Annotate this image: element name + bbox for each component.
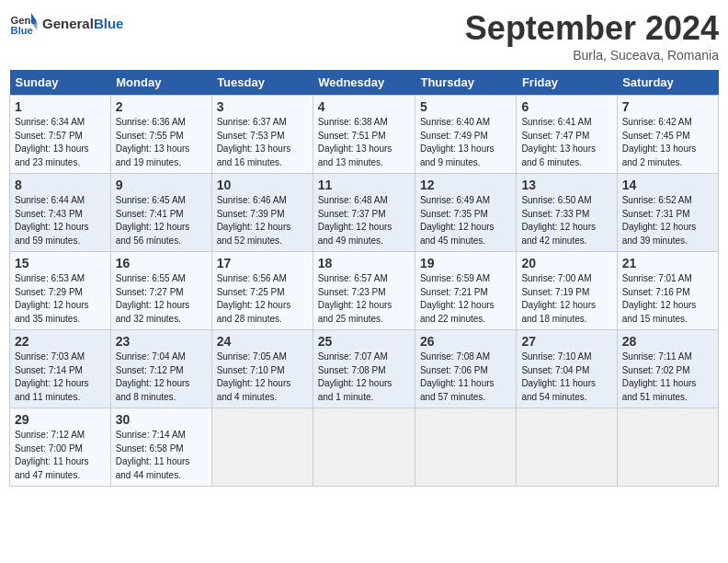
calendar-cell: 14Sunrise: 6:52 AM Sunset: 7:31 PM Dayli… [617,174,718,252]
calendar-cell [415,408,516,487]
day-info: Sunrise: 7:08 AM Sunset: 7:06 PM Dayligh… [420,350,511,404]
day-info: Sunrise: 6:45 AM Sunset: 7:41 PM Dayligh… [116,194,207,247]
day-info: Sunrise: 7:04 AM Sunset: 7:12 PM Dayligh… [116,350,207,404]
calendar-cell [617,408,718,487]
calendar-cell: 4Sunrise: 6:38 AM Sunset: 7:51 PM Daylig… [313,96,415,174]
logo: Gene Blue GeneralBlue [9,9,123,39]
calendar-cell: 26Sunrise: 7:08 AM Sunset: 7:06 PM Dayli… [415,330,516,408]
day-info: Sunrise: 6:56 AM Sunset: 7:25 PM Dayligh… [217,272,308,326]
month-title: September 2024 [465,9,719,48]
calendar-week-3: 15Sunrise: 6:53 AM Sunset: 7:29 PM Dayli… [10,252,719,330]
calendar-cell: 9Sunrise: 6:45 AM Sunset: 7:41 PM Daylig… [110,174,211,252]
day-number: 18 [318,256,410,270]
calendar-cell: 23Sunrise: 7:04 AM Sunset: 7:12 PM Dayli… [110,330,211,408]
calendar-cell: 20Sunrise: 7:00 AM Sunset: 7:19 PM Dayli… [517,252,617,330]
weekday-header-thursday: Thursday [415,70,516,96]
weekday-header-monday: Monday [110,70,211,96]
calendar-cell: 29Sunrise: 7:12 AM Sunset: 7:00 PM Dayli… [10,408,111,487]
location-subtitle: Burla, Suceava, Romania [465,48,719,63]
day-info: Sunrise: 7:10 AM Sunset: 7:04 PM Dayligh… [521,350,611,404]
calendar-cell: 24Sunrise: 7:05 AM Sunset: 7:10 PM Dayli… [211,330,313,408]
day-info: Sunrise: 6:42 AM Sunset: 7:45 PM Dayligh… [622,116,713,169]
day-number: 16 [116,256,207,270]
calendar-cell [313,408,415,487]
day-info: Sunrise: 6:53 AM Sunset: 7:29 PM Dayligh… [15,272,106,326]
day-number: 19 [420,256,511,270]
day-number: 2 [116,99,207,114]
weekday-header-row: SundayMondayTuesdayWednesdayThursdayFrid… [10,70,719,96]
day-info: Sunrise: 6:50 AM Sunset: 7:33 PM Dayligh… [521,194,611,247]
day-number: 21 [622,256,713,270]
day-info: Sunrise: 7:03 AM Sunset: 7:14 PM Dayligh… [15,350,106,404]
day-info: Sunrise: 7:12 AM Sunset: 7:00 PM Dayligh… [15,429,106,482]
day-info: Sunrise: 6:48 AM Sunset: 7:37 PM Dayligh… [318,194,410,247]
day-info: Sunrise: 6:52 AM Sunset: 7:31 PM Dayligh… [622,194,713,247]
calendar-cell: 30Sunrise: 7:14 AM Sunset: 6:58 PM Dayli… [110,408,211,487]
calendar-week-1: 1Sunrise: 6:34 AM Sunset: 7:57 PM Daylig… [10,96,719,174]
calendar-cell: 10Sunrise: 6:46 AM Sunset: 7:39 PM Dayli… [211,174,313,252]
calendar-cell: 17Sunrise: 6:56 AM Sunset: 7:25 PM Dayli… [211,252,313,330]
day-number: 14 [622,178,713,192]
calendar-cell: 12Sunrise: 6:49 AM Sunset: 7:35 PM Dayli… [415,174,516,252]
day-number: 30 [116,412,207,427]
day-info: Sunrise: 7:11 AM Sunset: 7:02 PM Dayligh… [622,350,713,404]
title-block: September 2024 Burla, Suceava, Romania [465,9,719,63]
weekday-header-saturday: Saturday [617,70,718,96]
calendar-cell: 2Sunrise: 6:36 AM Sunset: 7:55 PM Daylig… [110,96,211,174]
logo-general: General [42,16,94,31]
calendar-cell: 25Sunrise: 7:07 AM Sunset: 7:08 PM Dayli… [313,330,415,408]
day-number: 20 [521,256,611,270]
logo-blue: Blue [94,16,124,31]
calendar-cell: 3Sunrise: 6:37 AM Sunset: 7:53 PM Daylig… [211,96,313,174]
day-info: Sunrise: 6:40 AM Sunset: 7:49 PM Dayligh… [420,116,511,169]
calendar-week-4: 22Sunrise: 7:03 AM Sunset: 7:14 PM Dayli… [10,330,719,408]
day-info: Sunrise: 6:36 AM Sunset: 7:55 PM Dayligh… [116,116,207,169]
day-number: 6 [521,99,611,114]
calendar-cell: 28Sunrise: 7:11 AM Sunset: 7:02 PM Dayli… [617,330,718,408]
calendar-cell: 27Sunrise: 7:10 AM Sunset: 7:04 PM Dayli… [517,330,617,408]
day-info: Sunrise: 7:14 AM Sunset: 6:58 PM Dayligh… [116,429,207,482]
day-info: Sunrise: 6:46 AM Sunset: 7:39 PM Dayligh… [217,194,308,247]
day-number: 25 [318,334,410,349]
calendar-cell: 18Sunrise: 6:57 AM Sunset: 7:23 PM Dayli… [313,252,415,330]
day-number: 17 [217,256,308,270]
day-info: Sunrise: 6:55 AM Sunset: 7:27 PM Dayligh… [116,272,207,326]
day-number: 27 [521,334,611,349]
calendar-cell [517,408,617,487]
day-info: Sunrise: 7:07 AM Sunset: 7:08 PM Dayligh… [318,350,410,404]
day-number: 13 [521,178,611,192]
calendar-cell: 8Sunrise: 6:44 AM Sunset: 7:43 PM Daylig… [10,174,111,252]
calendar-cell: 16Sunrise: 6:55 AM Sunset: 7:27 PM Dayli… [110,252,211,330]
day-number: 24 [217,334,308,349]
day-number: 22 [15,334,106,349]
logo-icon: Gene Blue [9,9,39,39]
calendar-cell: 19Sunrise: 6:59 AM Sunset: 7:21 PM Dayli… [415,252,516,330]
day-number: 8 [15,178,106,192]
day-info: Sunrise: 7:00 AM Sunset: 7:19 PM Dayligh… [521,272,611,326]
day-number: 11 [318,178,410,192]
day-number: 10 [217,178,308,192]
day-number: 29 [15,412,106,427]
calendar-week-2: 8Sunrise: 6:44 AM Sunset: 7:43 PM Daylig… [10,174,719,252]
calendar-cell: 7Sunrise: 6:42 AM Sunset: 7:45 PM Daylig… [617,96,718,174]
weekday-header-sunday: Sunday [10,70,111,96]
day-info: Sunrise: 6:37 AM Sunset: 7:53 PM Dayligh… [217,116,308,169]
calendar-cell [211,408,313,487]
calendar-cell: 21Sunrise: 7:01 AM Sunset: 7:16 PM Dayli… [617,252,718,330]
day-number: 1 [15,99,106,114]
calendar-cell: 6Sunrise: 6:41 AM Sunset: 7:47 PM Daylig… [517,96,617,174]
calendar-cell: 22Sunrise: 7:03 AM Sunset: 7:14 PM Dayli… [10,330,111,408]
day-number: 26 [420,334,511,349]
weekday-header-friday: Friday [517,70,617,96]
day-info: Sunrise: 6:49 AM Sunset: 7:35 PM Dayligh… [420,194,511,247]
day-info: Sunrise: 6:38 AM Sunset: 7:51 PM Dayligh… [318,116,410,169]
weekday-header-tuesday: Tuesday [211,70,313,96]
day-number: 5 [420,99,511,114]
calendar-week-5: 29Sunrise: 7:12 AM Sunset: 7:00 PM Dayli… [10,408,719,487]
day-number: 15 [15,256,106,270]
calendar-cell: 13Sunrise: 6:50 AM Sunset: 7:33 PM Dayli… [517,174,617,252]
day-number: 9 [116,178,207,192]
calendar-cell: 15Sunrise: 6:53 AM Sunset: 7:29 PM Dayli… [10,252,111,330]
day-number: 12 [420,178,511,192]
day-number: 7 [622,99,713,114]
